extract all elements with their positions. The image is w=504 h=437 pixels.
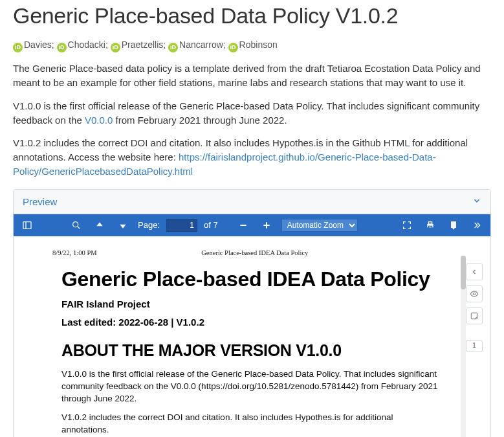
svg-rect-12 (451, 221, 456, 228)
doc-paragraph: V1.0.2 includes the correct DOI and cita… (61, 412, 443, 436)
svg-marker-5 (120, 225, 126, 229)
author: Chodacki (68, 39, 105, 50)
page-total: of 7 (204, 219, 218, 232)
author: Nancarrow (179, 39, 223, 50)
zoom-select[interactable]: Automatic Zoom (281, 219, 358, 232)
text: from February 2021 through June 2022. (113, 115, 287, 126)
svg-rect-10 (428, 222, 432, 224)
preview-panel: Preview Page: of 7 (13, 189, 491, 437)
new-note-icon[interactable] (466, 308, 483, 324)
orcid-icon: iD (13, 43, 23, 52)
description-paragraph: The Generic Place-based data policy is a… (13, 62, 491, 90)
doc-subtitle: FAIR Island Project (61, 297, 443, 311)
svg-rect-11 (428, 227, 432, 229)
orcid-icon: iD (168, 43, 178, 52)
author-list: iDDavies; iDChodacki; iDPraetzellis; iDN… (13, 38, 491, 52)
annotation-count: 1 (466, 340, 483, 352)
description-paragraph: V1.0.2 includes the correct DOI and cita… (13, 136, 491, 178)
version-link[interactable]: V0.0.0 (85, 115, 113, 126)
svg-line-3 (78, 227, 80, 229)
doc-paragraph: V1.0.0 is the first official release of … (61, 368, 443, 405)
toggle-visibility-icon[interactable] (466, 286, 483, 302)
doc-section-heading: ABOUT THE MAJOR VERSION V1.0.0 (61, 339, 443, 362)
collapse-annotations-icon[interactable] (466, 263, 483, 280)
chevron-down-icon[interactable] (472, 195, 481, 209)
page-title: Generic Place-based Data Policy V1.0.2 (13, 0, 491, 32)
svg-marker-13 (452, 228, 455, 230)
pdf-page: 8/9/22, 1:00 PM Generic Place-based IDEA… (14, 236, 490, 437)
author: Robinson (239, 39, 278, 50)
doc-last-edited: Last edited: 2022-06-28 | V1.0.2 (61, 315, 443, 330)
pdf-toolbar: Page: of 7 Automatic Zoom (14, 214, 490, 236)
zoom-out-icon[interactable] (235, 217, 252, 234)
zoom-in-icon[interactable] (258, 217, 275, 234)
orcid-icon: iD (228, 43, 238, 52)
pdf-header-center: Generic Place-based IDEA Data Policy (201, 248, 308, 258)
svg-point-14 (473, 293, 476, 296)
next-page-icon[interactable] (115, 217, 131, 234)
search-icon[interactable] (68, 217, 85, 234)
pdf-timestamp: 8/9/22, 1:00 PM (52, 248, 97, 258)
preview-header[interactable]: Preview (14, 190, 490, 215)
author: Davies (24, 39, 52, 50)
scrollbar[interactable] (461, 256, 466, 437)
page-label: Page: (138, 219, 160, 232)
previous-page-icon[interactable] (91, 217, 108, 234)
orcid-icon: iD (57, 43, 67, 52)
description-paragraph: V1.0.0 is the first official release of … (13, 99, 491, 128)
author: Praetzellis (122, 39, 164, 50)
download-icon[interactable] (445, 217, 462, 234)
print-icon[interactable] (422, 217, 439, 234)
svg-rect-0 (23, 222, 31, 229)
preview-label: Preview (23, 195, 57, 209)
annotation-sidebar: 1 (466, 263, 483, 352)
svg-marker-4 (96, 223, 102, 227)
sidebar-toggle-icon[interactable] (19, 217, 36, 234)
page-number-input[interactable] (166, 219, 197, 232)
orcid-icon: iD (111, 43, 120, 52)
scrollbar-thumb[interactable] (461, 256, 466, 289)
presentation-icon[interactable] (399, 217, 415, 234)
doc-title: Generic Place-based IDEA Data Policy (61, 267, 443, 291)
svg-point-2 (73, 222, 78, 227)
tools-icon[interactable] (468, 217, 485, 234)
